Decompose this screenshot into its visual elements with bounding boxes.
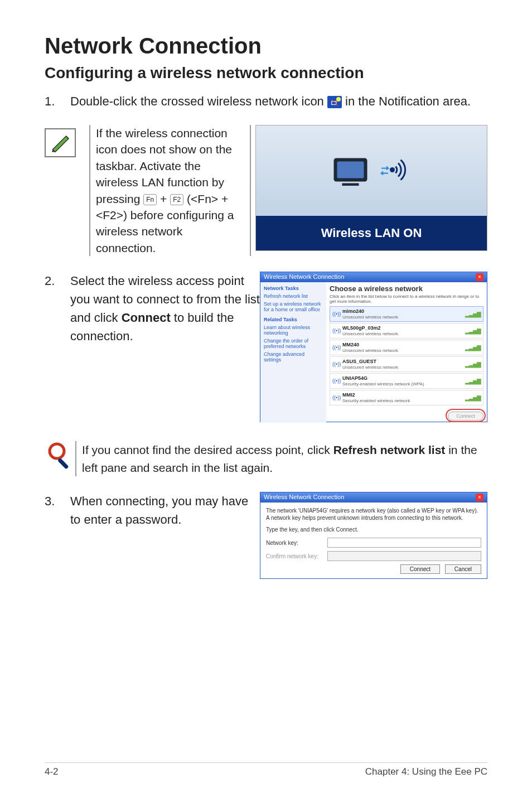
step-3: 3. When connecting, you may have to ente… bbox=[45, 492, 487, 579]
sidebar-item-advanced[interactable]: Change advanced settings bbox=[264, 351, 323, 363]
text: Double-click the crossed wireless networ… bbox=[70, 94, 327, 108]
step-2: 2. Select the wireless access point you … bbox=[45, 272, 487, 422]
signal-icon: ▂▃▅▇ bbox=[465, 345, 481, 351]
cancel-button[interactable]: Cancel bbox=[445, 564, 481, 574]
tip-icon bbox=[45, 441, 75, 475]
note-block: If the wireless connection icon does not… bbox=[45, 125, 487, 256]
wifi-icon: ((•)) bbox=[332, 311, 340, 317]
step-text: When connecting, you may have to enter a… bbox=[70, 492, 260, 529]
text: in the Notification area. bbox=[345, 94, 471, 108]
window-sidebar: Network Tasks Refresh network list Set u… bbox=[260, 282, 326, 423]
wireless-lan-on-image: Wireless LAN ON bbox=[255, 125, 487, 251]
page-number: 4-2 bbox=[45, 766, 59, 777]
svg-rect-2 bbox=[337, 162, 364, 178]
text: If you cannot find the desired access po… bbox=[82, 443, 333, 456]
step-number: 1. bbox=[45, 92, 70, 110]
note-text: If the wireless connection icon does not… bbox=[89, 125, 251, 256]
window-titlebar: Wireless Network Connection × bbox=[260, 272, 487, 282]
confirm-key-input[interactable] bbox=[327, 551, 481, 561]
wireless-connection-window: Wireless Network Connection × Network Ta… bbox=[260, 272, 487, 422]
fn-key-icon: Fn bbox=[143, 194, 157, 206]
step-1: 1. Double-click the crossed wireless net… bbox=[45, 92, 487, 110]
connect-button[interactable]: Connect bbox=[448, 412, 483, 421]
page-title: Network Connection bbox=[45, 33, 487, 59]
svg-rect-6 bbox=[57, 458, 69, 470]
text: + bbox=[160, 192, 170, 205]
note-icon bbox=[45, 128, 76, 157]
wireless-crossed-icon bbox=[327, 96, 342, 108]
signal-icon: ▂▃▅▇ bbox=[465, 361, 481, 368]
network-item[interactable]: ((•))ASUS_GUESTUnsecured wireless networ… bbox=[330, 356, 483, 372]
chapter-label: Chapter 4: Using the Eee PC bbox=[365, 766, 487, 777]
wifi-icon: ((•)) bbox=[332, 328, 340, 334]
bold-text: Refresh network list bbox=[333, 443, 446, 456]
wifi-icon: ((•)) bbox=[332, 345, 340, 350]
svg-point-5 bbox=[50, 444, 64, 458]
sidebar-heading: Related Tasks bbox=[264, 317, 323, 322]
network-key-label: Network key: bbox=[266, 540, 327, 546]
wifi-icon: ((•)) bbox=[332, 378, 340, 384]
svg-point-4 bbox=[390, 167, 395, 172]
svg-rect-3 bbox=[342, 183, 359, 186]
wlan-on-label: Wireless LAN ON bbox=[256, 216, 487, 250]
connect-button[interactable]: Connect bbox=[400, 564, 440, 574]
network-item[interactable]: ((•))mimo240Unsecured wireless network▂▃… bbox=[330, 306, 483, 322]
step-text: Select the wireless access point you wan… bbox=[70, 272, 260, 345]
wlan-top-graphic bbox=[256, 125, 487, 216]
wifi-icon: ((•)) bbox=[332, 361, 340, 367]
sidebar-item-setup[interactable]: Set up a wireless network for a home or … bbox=[264, 301, 323, 312]
choose-header: Choose a wireless network bbox=[330, 284, 483, 293]
signal-icon: ▂▃▅▇ bbox=[465, 328, 481, 334]
sidebar-item-order[interactable]: Change the order of preferred networks bbox=[264, 338, 323, 349]
window-titlebar: Wireless Network Connection × bbox=[260, 492, 487, 503]
signal-icon: ▂▃▅▇ bbox=[465, 395, 481, 401]
f2-key-icon: F2 bbox=[170, 194, 183, 206]
bold-text: Connect bbox=[122, 311, 171, 325]
password-window: Wireless Network Connection × The networ… bbox=[260, 492, 487, 579]
choose-subtext: Click an item in the list below to conne… bbox=[330, 294, 483, 304]
step-number: 2. bbox=[45, 272, 70, 290]
step-text: Double-click the crossed wireless networ… bbox=[70, 92, 487, 110]
network-list: ((•))mimo240Unsecured wireless network▂▃… bbox=[330, 306, 483, 405]
wifi-icon: ((•)) bbox=[332, 395, 340, 400]
step-number: 3. bbox=[45, 492, 70, 510]
signal-icon: ▂▃▅▇ bbox=[465, 378, 481, 384]
signal-icon: ▂▃▅▇ bbox=[465, 311, 481, 317]
section-title: Configuring a wireless network connectio… bbox=[45, 64, 487, 82]
network-key-input[interactable] bbox=[327, 538, 481, 548]
sidebar-heading: Network Tasks bbox=[264, 286, 323, 291]
sidebar-item-refresh[interactable]: Refresh network list bbox=[264, 293, 323, 299]
window-title: Wireless Network Connection bbox=[264, 494, 344, 501]
close-icon[interactable]: × bbox=[476, 494, 483, 501]
confirm-key-label: Confirm network key: bbox=[266, 553, 327, 559]
close-icon[interactable]: × bbox=[476, 273, 483, 281]
network-item[interactable]: ((•))MMI2Security-enabled wireless netwo… bbox=[330, 390, 483, 405]
network-item[interactable]: ((•))MM240Unsecured wireless network▂▃▅▇ bbox=[330, 340, 483, 355]
network-item[interactable]: ((•))WL500gP_03m2Unsecured wireless netw… bbox=[330, 323, 483, 339]
window-title: Wireless Network Connection bbox=[264, 273, 344, 281]
tip-text: If you cannot find the desired access po… bbox=[75, 441, 487, 476]
page-footer: 4-2 Chapter 4: Using the Eee PC bbox=[45, 762, 487, 777]
password-message: The network 'UNIAP54G' requires a networ… bbox=[266, 507, 481, 521]
password-instruction: Type the key, and then click Connect. bbox=[266, 526, 481, 533]
window-main: Choose a wireless network Click an item … bbox=[326, 282, 487, 423]
sidebar-item-learn[interactable]: Learn about wireless networking bbox=[264, 325, 323, 336]
tip-block: If you cannot find the desired access po… bbox=[45, 441, 487, 476]
network-item[interactable]: ((•))UNIAP54GSecurity-enabled wireless n… bbox=[330, 373, 483, 389]
